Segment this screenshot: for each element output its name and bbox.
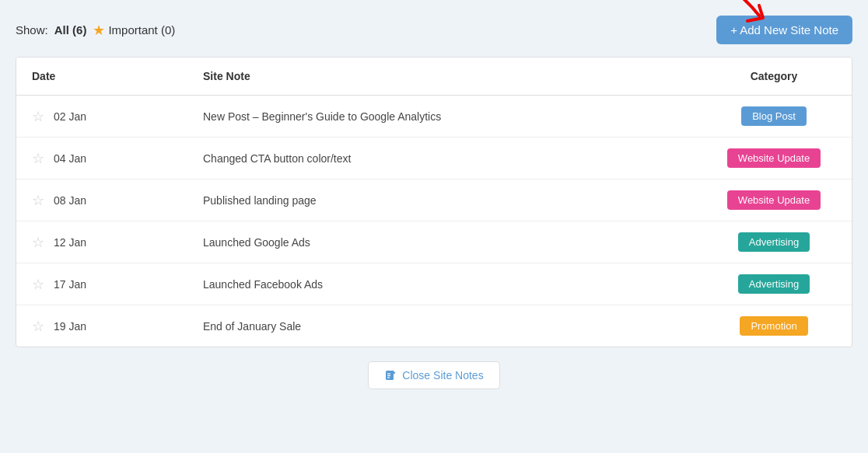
col-header-category: Category bbox=[696, 57, 852, 96]
note-text-3: Launched Google Ads bbox=[203, 236, 310, 249]
category-cell-5: Promotion bbox=[696, 305, 852, 347]
category-cell-2: Website Update bbox=[696, 179, 852, 221]
date-text-0: 02 Jan bbox=[54, 110, 86, 123]
show-filter: Show: All (6) ★ Important (0) bbox=[16, 22, 175, 39]
top-bar: Show: All (6) ★ Important (0) + Add New … bbox=[16, 16, 852, 44]
category-badge-4: Advertising bbox=[738, 274, 810, 294]
table-row: ☆ 19 Jan End of January Sale Promotion bbox=[16, 305, 852, 347]
note-cell-0: New Post – Beginner's Guide to Google An… bbox=[187, 96, 696, 138]
show-label: Show: bbox=[16, 23, 48, 37]
note-text-4: Launched Facebook Ads bbox=[203, 278, 323, 291]
table-row: ☆ 04 Jan Changed CTA button color/text W… bbox=[16, 138, 852, 179]
note-text-5: End of January Sale bbox=[203, 320, 301, 333]
note-text-1: Changed CTA button color/text bbox=[203, 152, 351, 165]
date-text-1: 04 Jan bbox=[54, 152, 86, 165]
date-text-5: 19 Jan bbox=[54, 320, 86, 333]
note-cell-3: Launched Google Ads bbox=[187, 221, 696, 263]
star-button-3[interactable]: ☆ bbox=[32, 235, 44, 249]
category-cell-1: Website Update bbox=[696, 138, 852, 179]
bottom-bar: Close Site Notes bbox=[16, 361, 852, 389]
all-count: All (6) bbox=[54, 23, 87, 37]
date-cell-3: ☆ 12 Jan bbox=[16, 221, 187, 263]
date-text-2: 08 Jan bbox=[54, 194, 86, 207]
star-button-5[interactable]: ☆ bbox=[32, 319, 44, 333]
category-badge-5: Promotion bbox=[740, 316, 807, 336]
close-site-notes-button[interactable]: Close Site Notes bbox=[368, 361, 499, 389]
date-cell-2: ☆ 08 Jan bbox=[16, 179, 187, 221]
star-button-4[interactable]: ☆ bbox=[32, 277, 44, 291]
close-label: Close Site Notes bbox=[402, 369, 483, 382]
table-row: ☆ 12 Jan Launched Google Ads Advertising bbox=[16, 221, 852, 263]
date-cell-4: ☆ 17 Jan bbox=[16, 263, 187, 305]
category-cell-4: Advertising bbox=[696, 263, 852, 305]
note-cell-2: Published landing page bbox=[187, 179, 696, 221]
category-badge-3: Advertising bbox=[738, 232, 810, 252]
category-badge-1: Website Update bbox=[727, 148, 821, 168]
note-cell-5: End of January Sale bbox=[187, 305, 696, 347]
site-notes-table: Date Site Note Category ☆ 02 Jan New Pos… bbox=[16, 57, 852, 347]
date-text-3: 12 Jan bbox=[54, 236, 86, 249]
table-header-row: Date Site Note Category bbox=[16, 57, 852, 96]
category-badge-2: Website Update bbox=[727, 190, 821, 210]
category-cell-0: Blog Post bbox=[696, 96, 852, 138]
note-cell-4: Launched Facebook Ads bbox=[187, 263, 696, 305]
date-text-4: 17 Jan bbox=[54, 278, 86, 291]
category-badge-0: Blog Post bbox=[741, 106, 807, 126]
add-new-site-note-button[interactable]: + Add New Site Note bbox=[716, 16, 852, 44]
pencil-icon bbox=[384, 369, 397, 382]
table-row: ☆ 17 Jan Launched Facebook Ads Advertisi… bbox=[16, 263, 852, 305]
table-row: ☆ 08 Jan Published landing page Website … bbox=[16, 179, 852, 221]
col-header-site-note: Site Note bbox=[187, 57, 696, 96]
date-cell-5: ☆ 19 Jan bbox=[16, 305, 187, 347]
important-filter[interactable]: ★ Important (0) bbox=[93, 22, 175, 39]
col-header-date: Date bbox=[16, 57, 187, 96]
note-text-0: New Post – Beginner's Guide to Google An… bbox=[203, 110, 441, 123]
date-cell-1: ☆ 04 Jan bbox=[16, 138, 187, 179]
category-cell-3: Advertising bbox=[696, 221, 852, 263]
note-text-2: Published landing page bbox=[203, 194, 317, 207]
star-button-0[interactable]: ☆ bbox=[32, 110, 44, 124]
site-notes-table-wrapper: Date Site Note Category ☆ 02 Jan New Pos… bbox=[16, 57, 852, 347]
table-row: ☆ 02 Jan New Post – Beginner's Guide to … bbox=[16, 96, 852, 138]
star-icon: ★ bbox=[93, 22, 105, 39]
important-label: Important (0) bbox=[108, 23, 175, 37]
note-cell-1: Changed CTA button color/text bbox=[187, 138, 696, 179]
star-button-2[interactable]: ☆ bbox=[32, 193, 44, 207]
star-button-1[interactable]: ☆ bbox=[32, 152, 44, 166]
date-cell-0: ☆ 02 Jan bbox=[16, 96, 187, 138]
